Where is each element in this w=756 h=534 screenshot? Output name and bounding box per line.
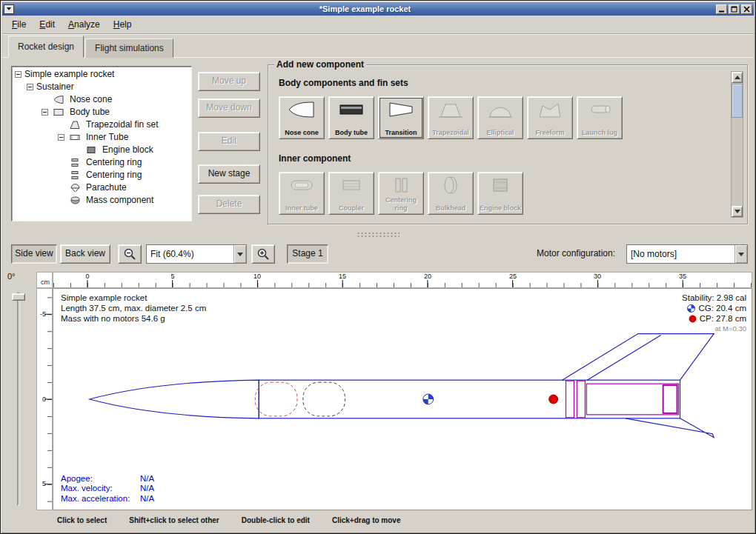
titlebar[interactable]: *Simple example rocket (2, 2, 754, 16)
tree-item-parachute[interactable]: Parachute (12, 181, 191, 194)
hint: Shift+click to select other (129, 516, 219, 532)
rotation-value: 0° (7, 272, 16, 281)
tree-item-root[interactable]: Simple example rocket (12, 68, 191, 81)
h-ruler-label: 35 (675, 273, 690, 280)
expand-toggle-icon[interactable] (42, 109, 48, 116)
add-bulkhead-button: Bulkhead (428, 172, 474, 215)
tree-item-body-tube[interactable]: Body tube (12, 106, 191, 119)
motor-configuration-label: Motor configuration: (537, 248, 615, 258)
add-launch-lug-button: Launch lug (577, 96, 623, 139)
rocket-name: Simple example rocket (61, 293, 206, 303)
chevron-down-icon[interactable] (233, 245, 246, 263)
rocket-canvas[interactable]: Simple example rocket Length 37.5 cm, ma… (53, 288, 752, 510)
tree-item-centering-ring-1[interactable]: Centering ring (12, 156, 191, 169)
tree-item-mass-component[interactable]: Mass component (12, 194, 191, 207)
delete-button: Delete (198, 195, 260, 214)
tab-rocket-design[interactable]: Rocket design (8, 36, 84, 58)
fin-top-outline (563, 334, 714, 381)
side-view-button[interactable]: Side view (11, 244, 57, 264)
expand-toggle-icon[interactable] (58, 134, 64, 141)
tree-item-inner-tube[interactable]: Inner Tube (12, 131, 191, 144)
new-stage-button[interactable]: New stage (198, 164, 260, 184)
view-toolbar: Side view Back view Fit (60.4%) Stage 1 … (2, 241, 754, 269)
chevron-down-icon[interactable] (735, 245, 747, 263)
cg-value: CG: 20.4 cm (698, 303, 746, 313)
menu-edit[interactable]: Edit (33, 16, 62, 33)
nose-cone-icon (53, 95, 65, 104)
centering-ring-outline (566, 381, 574, 418)
zoom-in-button[interactable] (251, 244, 275, 264)
close-icon (743, 6, 750, 13)
add-body-tube-button[interactable]: Body tube (328, 96, 374, 139)
close-button[interactable] (741, 4, 752, 14)
centering-ring-icon (70, 170, 82, 180)
apogee-value: N/A (140, 474, 154, 483)
cg-marker (423, 394, 434, 404)
nose-cone-outline (90, 380, 259, 418)
tree-item-sustainer[interactable]: Sustainer (12, 81, 191, 93)
expand-toggle-icon[interactable] (15, 71, 21, 78)
stage-1-button[interactable]: Stage 1 (287, 244, 328, 264)
rotation-slider-handle[interactable] (12, 293, 25, 301)
elliptical-fin-icon (485, 99, 515, 123)
cp-icon (689, 315, 697, 323)
rocket-dimensions: Length 37.5 cm, max. diameter 2.5 cm (61, 303, 206, 313)
max-acceleration-value: N/A (140, 494, 154, 503)
zoom-out-icon (123, 247, 136, 261)
expand-toggle-icon[interactable] (27, 84, 33, 90)
add-transition-button[interactable]: Transition (378, 96, 424, 139)
scroll-down-button[interactable] (732, 206, 743, 217)
tree-item-trapezoidal-fin-set[interactable]: Trapezoidal fin set (12, 119, 191, 131)
component-tree[interactable]: Simple example rocket Sustainer Nose con… (11, 66, 192, 221)
h-ruler-label: 30 (590, 273, 605, 280)
parachute-outline (255, 382, 297, 416)
add-inner-tube-button: Inner tube (279, 172, 325, 215)
bulkhead-icon (436, 175, 465, 198)
tree-item-engine-block[interactable]: Engine block (12, 144, 191, 156)
tab-bar: Rocket design Flight simulations (8, 36, 175, 58)
horizontal-ruler: 0 5 10 15 20 25 30 35 (53, 272, 752, 288)
rotation-slider[interactable] (17, 293, 20, 506)
component-panel-scrollbar[interactable] (731, 71, 743, 218)
window-menu-icon[interactable] (4, 4, 14, 14)
tab-flight-simulations[interactable]: Flight simulations (85, 39, 173, 58)
cg-icon (687, 304, 695, 313)
add-engine-block-button: Engine block (477, 172, 523, 215)
menu-analyze[interactable]: Analyze (62, 16, 107, 33)
split-divider[interactable] (2, 230, 754, 239)
h-ruler-label: 0 (80, 273, 95, 280)
inner-components-row: Inner tube Coupler Centering ring Bulkhe… (279, 172, 523, 215)
status-hints: Click to select Shift+click to select ot… (2, 513, 754, 532)
vertical-ruler: -5 0 5 (36, 288, 53, 510)
menu-file[interactable]: File (5, 16, 33, 33)
menu-help[interactable]: Help (107, 16, 139, 33)
mach-condition: at M=0.30 (682, 324, 746, 334)
engine-block-outline (663, 385, 677, 413)
ruler-unit: cm (36, 272, 53, 288)
motor-configuration-select[interactable]: [No motors] (626, 244, 748, 264)
add-component-title: Add new component (274, 59, 366, 70)
back-view-button[interactable]: Back view (60, 244, 110, 264)
hint: Double-click to edit (242, 516, 310, 532)
centering-ring-icon (386, 175, 416, 198)
minimize-button[interactable] (716, 4, 727, 14)
inner-tube-icon (70, 133, 82, 142)
zoom-out-button[interactable] (118, 244, 142, 264)
engine-block-icon (86, 145, 98, 155)
minimize-icon (718, 6, 725, 13)
engine-block-icon (485, 175, 515, 198)
zoom-select[interactable]: Fit (60.4%) (146, 244, 247, 264)
mass-component-outline (303, 382, 345, 416)
split-grip-icon (357, 232, 399, 238)
move-down-button: Move down (198, 99, 260, 118)
window-title: *Simple example rocket (14, 4, 716, 13)
coupler-icon (336, 175, 366, 198)
add-nose-cone-button[interactable]: Nose cone (279, 96, 325, 139)
h-ruler-label: 25 (505, 273, 520, 280)
tree-item-nose-cone[interactable]: Nose cone (12, 93, 191, 106)
scroll-up-button[interactable] (732, 72, 743, 83)
scrollbar-thumb[interactable] (732, 84, 743, 118)
maximize-button[interactable] (729, 4, 740, 14)
centering-ring-outline (577, 381, 585, 418)
tree-item-centering-ring-2[interactable]: Centering ring (12, 169, 191, 181)
